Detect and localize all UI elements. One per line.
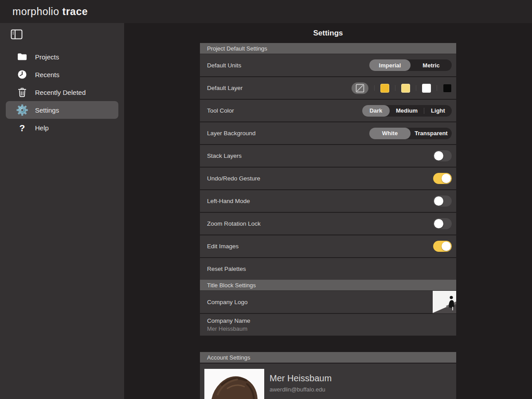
question-icon: ? — [16, 122, 28, 133]
row-company-logo: Company Logo — [200, 290, 456, 313]
sidebar-nav: Projects Recents — [0, 48, 124, 137]
row-label: Layer Background — [207, 130, 256, 137]
row-layer-background: Layer Background White Transparent — [200, 121, 456, 144]
swatch-divider — [416, 85, 416, 91]
sidebar-item-label: Recents — [35, 71, 59, 78]
row-edit-images: Edit Images — [200, 235, 456, 257]
swatch-white[interactable] — [422, 84, 431, 93]
row-zoom-rotation-lock: Zoom Rotation Lock — [200, 212, 456, 235]
swatch-gold[interactable] — [380, 84, 389, 93]
row-tool-color: Tool Color Dark Medium Light — [200, 99, 456, 121]
company-name-value: Mer Heissbaum — [207, 325, 247, 332]
segment-medium[interactable]: Medium — [390, 105, 424, 117]
segment-metric[interactable]: Metric — [411, 59, 452, 71]
brand-trace: trace — [63, 6, 88, 17]
sidebar-item-settings[interactable]: ⚙️ Settings — [6, 101, 118, 119]
sidebar-item-label: Projects — [35, 53, 59, 61]
row-label: Default Units — [207, 62, 241, 69]
sidebar-item-recently-deleted[interactable]: Recently Deleted — [6, 83, 118, 101]
account-email: awerdlin@buffalo.edu — [270, 386, 332, 393]
undo-redo-gesture-toggle[interactable] — [433, 173, 452, 184]
segment-light[interactable]: Light — [424, 105, 452, 117]
sidebar-toggle-icon — [11, 29, 23, 39]
default-layer-swatch-picker — [352, 82, 452, 94]
row-label: Tool Color — [207, 107, 234, 114]
brand-morpholio: morpholio — [12, 6, 59, 17]
layer-background-segmented-control: White Transparent — [369, 128, 452, 139]
none-swatch-icon — [356, 84, 364, 93]
account-info: Mer Heissbaum awerdlin@buffalo.edu — [270, 369, 332, 393]
row-undo-redo-gesture: Undo/Redo Gesture — [200, 167, 456, 189]
row-label: Company Logo — [207, 299, 248, 305]
swatch-light-yellow[interactable] — [401, 84, 410, 93]
row-label: Default Layer — [207, 85, 243, 91]
trash-icon — [16, 86, 28, 98]
row-label: Reset Palettes — [207, 266, 246, 272]
stack-layers-toggle[interactable] — [433, 150, 452, 161]
row-label: Undo/Redo Gesture — [207, 175, 260, 182]
main-content: Settings Project Default Settings Defaul… — [124, 23, 532, 399]
sidebar-item-label: Recently Deleted — [35, 89, 86, 96]
row-default-units: Default Units Imperial Metric — [200, 54, 456, 76]
segment-transparent[interactable]: Transparent — [411, 128, 452, 139]
tool-color-segmented-control: Dark Medium Light — [362, 105, 452, 117]
account-settings-panel: Account Settings Mer Heissbaum awerdlin@… — [200, 352, 456, 399]
project-default-settings-panel: Project Default Settings Default Units I… — [200, 43, 456, 336]
sidebar: Projects Recents — [0, 23, 124, 399]
brand-logo: morpholiotrace — [12, 6, 88, 18]
row-label: Edit Images — [207, 243, 239, 250]
sidebar-item-recents[interactable]: Recents — [6, 66, 118, 83]
row-label: Zoom Rotation Lock — [207, 220, 261, 227]
row-company-name[interactable]: Company Name Mer Heissbaum — [200, 313, 456, 336]
toggle-knob — [434, 196, 443, 206]
swatch-none-selected[interactable] — [352, 82, 368, 94]
page-title: Settings — [124, 29, 532, 38]
sidebar-item-label: Help — [35, 124, 49, 132]
row-default-layer: Default Layer — [200, 76, 456, 99]
segment-imperial[interactable]: Imperial — [369, 59, 411, 71]
sidebar-item-help[interactable]: ? Help — [6, 119, 118, 137]
row-label: Stack Layers — [207, 153, 242, 159]
account-row: Mer Heissbaum awerdlin@buffalo.edu — [200, 363, 456, 399]
sidebar-toggle-button[interactable] — [10, 28, 23, 40]
swatch-divider — [374, 85, 375, 91]
sidebar-item-projects[interactable]: Projects — [6, 48, 118, 66]
account-name: Mer Heissbaum — [270, 373, 332, 383]
swatch-divider — [395, 85, 395, 91]
gear-icon: ⚙️ — [16, 104, 28, 116]
edit-images-toggle[interactable] — [433, 241, 452, 252]
clock-icon — [16, 69, 28, 80]
swatch-divider — [437, 85, 437, 91]
company-logo-thumbnail[interactable] — [433, 291, 456, 313]
toggle-knob — [442, 174, 451, 183]
row-stack-layers: Stack Layers — [200, 144, 456, 167]
account-avatar[interactable] — [204, 369, 264, 399]
zoom-rotation-lock-toggle[interactable] — [433, 218, 452, 229]
sidebar-item-label: Settings — [35, 106, 59, 114]
toggle-knob — [434, 219, 443, 228]
segment-white[interactable]: White — [369, 128, 411, 139]
section-header-title-block: Title Block Settings — [200, 280, 456, 290]
row-label: Left-Hand Mode — [207, 198, 250, 204]
segment-dark[interactable]: Dark — [362, 105, 390, 117]
toggle-knob — [434, 151, 443, 160]
section-header-project-defaults: Project Default Settings — [200, 43, 456, 54]
row-reset-palettes[interactable]: Reset Palettes — [200, 257, 456, 280]
default-units-segmented-control: Imperial Metric — [369, 59, 452, 71]
row-label: Company Name — [207, 317, 250, 324]
section-header-account: Account Settings — [200, 352, 456, 363]
folder-icon — [16, 51, 28, 63]
app-header: morpholiotrace — [0, 0, 532, 23]
row-left-hand-mode: Left-Hand Mode — [200, 189, 456, 212]
left-hand-mode-toggle[interactable] — [433, 196, 452, 207]
toggle-knob — [442, 242, 451, 251]
swatch-black[interactable] — [443, 84, 452, 93]
